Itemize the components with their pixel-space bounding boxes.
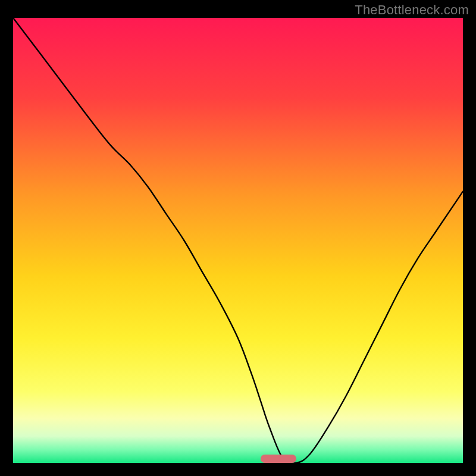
optimal-marker [261, 455, 296, 463]
watermark-text: TheBottleneck.com [355, 2, 469, 18]
chart-frame: TheBottleneck.com [0, 0, 476, 476]
bottleneck-curve [13, 18, 463, 463]
plot-area [13, 18, 463, 463]
